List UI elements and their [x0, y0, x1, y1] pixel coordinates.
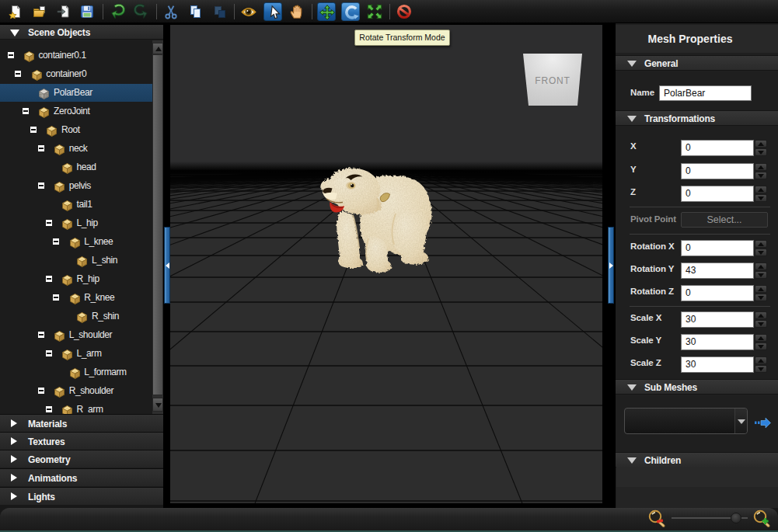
svg-text:FRONT: FRONT — [535, 75, 570, 86]
